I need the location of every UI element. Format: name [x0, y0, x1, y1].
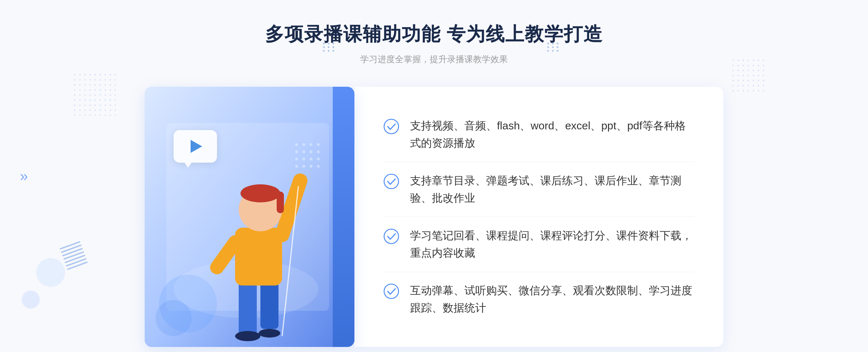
- illustration-card: [145, 87, 354, 347]
- divider-2: [383, 216, 694, 217]
- svg-point-34: [384, 174, 399, 189]
- content-area: 支持视频、音频、flash、word、excel、ppt、pdf等各种格式的资源…: [145, 87, 723, 347]
- features-panel: 支持视频、音频、flash、word、excel、ppt、pdf等各种格式的资源…: [354, 87, 723, 347]
- svg-point-18: [317, 165, 320, 168]
- feature-item-2: 支持章节目录、弹题考试、课后练习、课后作业、章节测验、批改作业: [383, 165, 694, 214]
- svg-point-17: [310, 165, 312, 168]
- svg-point-6: [317, 143, 320, 146]
- deco-circle-2: [22, 291, 40, 309]
- svg-point-5: [310, 143, 312, 146]
- svg-point-3: [295, 143, 298, 146]
- svg-rect-1: [333, 87, 354, 347]
- play-bubble: [174, 130, 217, 163]
- check-icon-3: [383, 228, 399, 244]
- check-icon-1: [383, 119, 399, 134]
- svg-rect-31: [277, 192, 284, 213]
- feature-text-3: 学习笔记回看、课程提问、课程评论打分、课件资料下载，重点内容收藏: [410, 227, 694, 262]
- deco-circle-1: [36, 258, 65, 287]
- svg-point-7: [295, 150, 298, 153]
- feature-item-1: 支持视频、音频、flash、word、excel、ppt、pdf等各种格式的资源…: [383, 110, 694, 159]
- divider-3: [383, 272, 694, 272]
- svg-point-30: [241, 184, 280, 202]
- play-icon: [191, 140, 202, 153]
- svg-point-8: [302, 150, 305, 153]
- divider-1: [383, 162, 694, 162]
- svg-point-15: [295, 165, 298, 168]
- svg-point-4: [302, 143, 305, 146]
- header-dots-left: [547, 43, 559, 52]
- left-chevron-icon: »: [20, 168, 28, 184]
- feature-item-4: 互动弹幕、试听购买、微信分享、观看次数限制、学习进度跟踪、数据统计: [383, 275, 694, 324]
- svg-point-25: [259, 329, 280, 338]
- dots-decoration-right: [731, 58, 767, 94]
- feature-text-2: 支持章节目录、弹题考试、课后练习、课后作业、章节测验、批改作业: [410, 172, 694, 207]
- feature-text-4: 互动弹幕、试听购买、微信分享、观看次数限制、学习进度跟踪、数据统计: [410, 282, 694, 317]
- svg-point-36: [384, 284, 399, 299]
- svg-point-14: [317, 158, 320, 160]
- svg-rect-23: [260, 282, 278, 329]
- feature-item-3: 学习笔记回看、课程提问、课程评论打分、课件资料下载，重点内容收藏: [383, 220, 694, 269]
- svg-point-13: [310, 158, 312, 160]
- check-icon-4: [383, 283, 399, 299]
- svg-point-33: [384, 119, 399, 134]
- header-section: 多项录播课辅助功能 专为线上教学打造 学习进度全掌握，提升录播课教学效果: [265, 22, 603, 65]
- svg-point-35: [384, 229, 399, 244]
- bg-illustration: [145, 87, 354, 347]
- feature-text-1: 支持视频、音频、flash、word、excel、ppt、pdf等各种格式的资源…: [410, 117, 694, 152]
- header-dots-right: [323, 43, 335, 52]
- svg-point-11: [295, 158, 298, 160]
- svg-rect-22: [239, 282, 257, 336]
- page-container: » 多项录播课辅助功能 专为线上教学打造 学习进度全: [0, 0, 868, 352]
- svg-point-24: [235, 331, 260, 341]
- svg-point-12: [302, 158, 305, 160]
- dots-decoration-left: [72, 72, 116, 116]
- svg-point-10: [317, 150, 320, 153]
- page-subtitle: 学习进度全掌握，提升录播课教学效果: [265, 53, 603, 65]
- svg-point-9: [310, 150, 312, 153]
- check-icon-2: [383, 173, 399, 189]
- svg-point-16: [302, 165, 305, 168]
